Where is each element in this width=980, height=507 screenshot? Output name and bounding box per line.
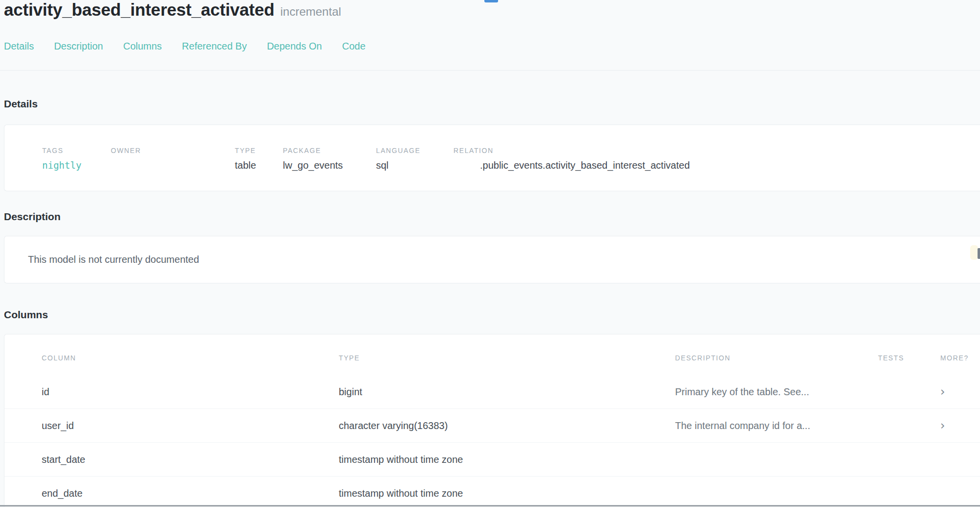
column-name-cell: end_date	[42, 488, 339, 499]
header-column: COLUMN	[42, 354, 339, 362]
header-tests: TESTS	[878, 354, 930, 362]
model-docs-page: activity_based_interest_activatedincreme…	[0, 0, 980, 507]
column-name-cell: start_date	[42, 454, 339, 465]
tab-depends-on[interactable]: Depends On	[267, 41, 322, 52]
details-fields: TAGSnightlyOWNERTYPEtablePACKAGElw_go_ev…	[42, 147, 980, 171]
model-tabs: DetailsDescriptionColumnsReferenced ByDe…	[4, 41, 366, 52]
columns-card: COLUMN TYPE DESCRIPTION TESTS MORE? idbi…	[4, 334, 980, 507]
detail-field-owner: OWNER	[111, 147, 235, 160]
top-cutoff-element	[484, 0, 498, 2]
page-header: activity_based_interest_activatedincreme…	[4, 0, 341, 20]
detail-field-language: LANGUAGEsql	[376, 147, 453, 171]
column-row-id[interactable]: idbigintPrimary key of the table. See...…	[4, 375, 980, 408]
detail-field-type: TYPEtable	[235, 147, 283, 171]
column-row-end-date[interactable]: end_datetimestamp without time zone	[4, 476, 980, 507]
description-card: This model is not currently documented	[4, 236, 980, 283]
header-more: MORE?	[930, 354, 975, 362]
detail-field-label: OWNER	[111, 147, 235, 154]
tab-code[interactable]: Code	[342, 41, 366, 52]
detail-field-label: TYPE	[235, 147, 283, 154]
column-description-cell: The internal company id for a...	[675, 420, 878, 431]
column-row-start-date[interactable]: start_datetimestamp without time zone	[4, 442, 980, 476]
chevron-right-icon[interactable]: ›	[940, 419, 945, 432]
columns-table-body: idbigintPrimary key of the table. See...…	[4, 375, 980, 507]
tab-referenced-by[interactable]: Referenced By	[182, 41, 247, 52]
header-divider	[0, 70, 980, 71]
column-type-cell: timestamp without time zone	[339, 488, 675, 499]
tab-details[interactable]: Details	[4, 41, 34, 52]
materialization-badge: incremental	[280, 5, 341, 18]
header-type: TYPE	[339, 354, 675, 362]
edge-highlight-artifact	[970, 245, 978, 260]
viewport-bottom-edge	[0, 505, 980, 507]
column-type-cell: timestamp without time zone	[339, 454, 675, 465]
column-more-cell: ›	[930, 420, 975, 431]
detail-field-package: PACKAGElw_go_events	[283, 147, 376, 171]
column-row-user-id[interactable]: user_idcharacter varying(16383)The inter…	[4, 408, 980, 442]
header-description: DESCRIPTION	[675, 354, 878, 362]
column-more-cell: ›	[930, 386, 975, 398]
detail-field-label: RELATION	[453, 147, 980, 154]
tab-description[interactable]: Description	[54, 41, 103, 52]
tag-link[interactable]: nightly	[42, 160, 111, 171]
chevron-right-icon[interactable]: ›	[940, 385, 945, 399]
description-section-heading: Description	[4, 211, 61, 223]
detail-field-value: .public_events.activity_based_interest_a…	[453, 160, 980, 171]
column-type-cell: bigint	[339, 386, 675, 398]
model-name: activity_based_interest_activated	[4, 0, 275, 19]
detail-field-tags: TAGSnightly	[42, 147, 111, 171]
description-text: This model is not currently documented	[28, 254, 980, 265]
detail-field-value: lw_go_events	[283, 160, 376, 171]
column-name-cell: user_id	[42, 420, 339, 431]
details-section-heading: Details	[4, 98, 38, 110]
detail-field-label: TAGS	[42, 147, 111, 154]
column-type-cell: character varying(16383)	[339, 420, 675, 431]
detail-field-relation: RELATION.public_events.activity_based_in…	[453, 147, 980, 171]
detail-field-label: LANGUAGE	[376, 147, 453, 154]
scrollbar-thumb[interactable]	[978, 248, 980, 259]
detail-field-value: sql	[376, 160, 453, 171]
column-description-cell: Primary key of the table. See...	[675, 386, 878, 398]
column-name-cell: id	[42, 386, 339, 398]
detail-field-label: PACKAGE	[283, 147, 376, 154]
tab-columns[interactable]: Columns	[123, 41, 162, 52]
detail-field-value: table	[235, 160, 283, 171]
columns-table-header: COLUMN TYPE DESCRIPTION TESTS MORE?	[4, 334, 980, 375]
details-card: TAGSnightlyOWNERTYPEtablePACKAGElw_go_ev…	[4, 125, 980, 191]
columns-section-heading: Columns	[4, 309, 48, 321]
